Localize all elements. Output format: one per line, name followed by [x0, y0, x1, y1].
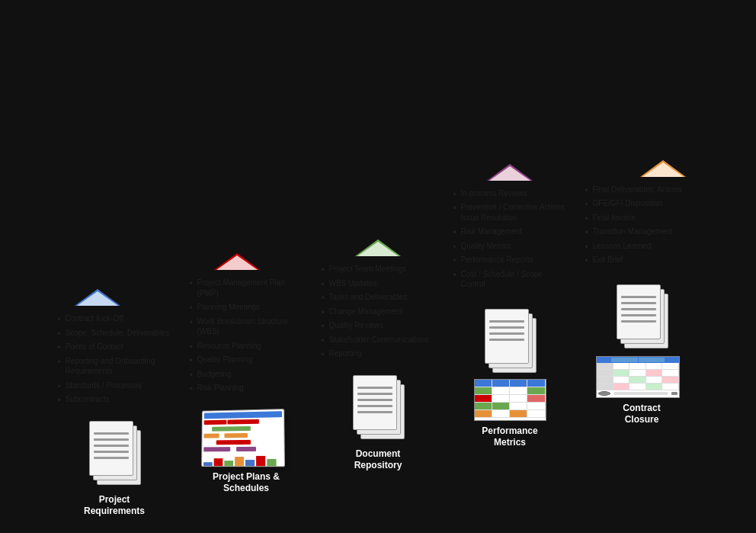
doc-front: [353, 375, 397, 430]
list-item: Resource Planning: [190, 341, 303, 352]
phase-4-col: In-process Reviews Preventive / Correcti…: [447, 181, 573, 449]
phase-1-list: Contract Kick-Off Scope, Schedule, Deliv…: [58, 313, 171, 405]
gantt-row: [202, 445, 284, 452]
svg-rect-5: [256, 456, 265, 467]
list-item: Points of Contact: [58, 342, 171, 352]
list-item: Quality Reviews: [322, 320, 435, 331]
svg-rect-0: [203, 462, 213, 467]
closure-docs: [613, 284, 671, 353]
phase-4-bracket: In-process Reviews Preventive / Correcti…: [447, 181, 573, 303]
perf-row: [475, 387, 546, 395]
phase-5-label: ContractClosure: [623, 403, 660, 426]
phase-2-label: Project Plans &Schedules: [213, 471, 280, 495]
phase-1-arrow-inner: [77, 291, 118, 306]
doc-front: [617, 284, 661, 339]
performance-table: [474, 379, 546, 421]
phase-5-list: Final Deliverables; Actions GFE/GFI Disp…: [585, 185, 699, 265]
phase-5-bracket: Final Deliverables; Actions GFE/GFI Disp…: [579, 177, 705, 278]
svg-rect-6: [267, 459, 276, 467]
list-item: Contract Kick-Off: [58, 313, 171, 324]
perf-row: [475, 395, 546, 403]
list-item: Performance Reports: [453, 255, 567, 265]
phase-1-label: ProjectRequirements: [84, 494, 145, 518]
chart-area: [202, 454, 284, 467]
phase-1-bracket: Contract Kick-Off Scope, Schedule, Deliv…: [52, 306, 178, 418]
phase-3-bracket: Project Team Meetings WBS Updates Tasks …: [316, 256, 441, 372]
list-item: Project Team Meetings: [322, 264, 435, 275]
perf-row: [475, 403, 546, 410]
gantt-row: [203, 432, 284, 438]
phase-5-deliverable: [596, 281, 687, 398]
phase-4-list: In-process Reviews Preventive / Correcti…: [453, 188, 567, 290]
sheet-row: [597, 377, 679, 384]
phase-4-arrow-inner: [489, 166, 530, 181]
bar-chart: [203, 454, 284, 467]
phase-4-deliverable: [468, 306, 552, 421]
list-item: Change Management: [322, 307, 435, 317]
diagram-container: Contract Kick-Off Scope, Schedule, Deliv…: [0, 0, 756, 533]
perf-docs: [482, 309, 539, 377]
doc-front: [485, 309, 529, 364]
sheet-row: [597, 363, 679, 370]
list-item: In-process Reviews: [453, 188, 567, 199]
list-item: Quality Metrics: [453, 241, 567, 252]
list-item: Stakeholder Communications: [322, 335, 435, 345]
phase-2-col: Project Management Plan (PMP) Planning M…: [184, 270, 309, 495]
list-item: Work Breakdown Structure (WBS): [190, 316, 303, 337]
list-item: Transition Management: [585, 226, 699, 237]
list-item: GFE/GFI Disposition: [585, 198, 699, 209]
phase-1-deliverable: [86, 421, 143, 490]
phase-3-arrow-inner: [357, 242, 399, 256]
list-item: Lessons Learned: [585, 241, 699, 252]
list-item: WBS Updates: [322, 278, 435, 289]
sheet-footer: [597, 390, 679, 397]
phase-3-label: DocumentRepository: [354, 448, 402, 472]
gantt-chart: [201, 409, 285, 467]
list-item: Budgeting: [190, 369, 303, 380]
doc-front: [89, 421, 133, 476]
list-item: Cost / Schedule / Scope Control: [453, 269, 567, 290]
list-item: Standards / Processes: [58, 380, 171, 391]
phase-1-col: Contract Kick-Off Scope, Schedule, Deliv…: [52, 306, 178, 518]
phase-2-arrow-inner: [216, 255, 258, 270]
list-item: Final Invoice: [585, 213, 699, 223]
list-item: Tasks and Deliverables: [322, 292, 435, 303]
list-item: Scope, Schedule, Deliverables: [58, 328, 171, 339]
phase-3-list: Project Team Meetings WBS Updates Tasks …: [322, 264, 435, 359]
phase-2-bracket: Project Management Plan (PMP) Planning M…: [184, 270, 309, 406]
list-item: Planning Meetings: [190, 302, 303, 313]
svg-rect-3: [235, 457, 244, 467]
list-item: Quality Planning: [190, 355, 303, 365]
list-item: Project Management Plan (PMP): [190, 278, 303, 298]
gantt-row: [203, 418, 284, 425]
phase-4-label: PerformanceMetrics: [482, 425, 537, 449]
sheet-row: [597, 384, 679, 390]
sheet-row: [597, 370, 679, 377]
svg-rect-4: [245, 460, 255, 467]
list-item: Preventive / Corrective Actions; Issue R…: [453, 202, 567, 223]
list-item: Reporting and Onboarding Requirements: [58, 356, 171, 377]
closure-spreadsheet: [596, 356, 687, 398]
list-item: Risk Planning: [190, 383, 303, 393]
phases-row: Contract Kick-Off Scope, Schedule, Deliv…: [41, 0, 716, 525]
gantt-row: [202, 438, 284, 445]
perf-row: [475, 410, 546, 418]
svg-rect-2: [224, 461, 233, 467]
phase-5-arrow-inner: [642, 162, 684, 177]
spreadsheet-thumb: [596, 356, 680, 398]
list-item: Final Deliverables; Actions: [585, 185, 699, 195]
perf-row: [475, 380, 546, 387]
gantt-row: [203, 425, 284, 432]
phase-2-list: Project Management Plan (PMP) Planning M…: [190, 278, 303, 393]
phase-2-deliverable: [200, 409, 292, 467]
list-item: Exit Brief: [585, 255, 699, 265]
list-item: Reporting: [322, 348, 435, 359]
svg-rect-1: [214, 458, 223, 467]
phase-3-col: Project Team Meetings WBS Updates Tasks …: [316, 256, 441, 472]
sheet-header: [597, 357, 679, 363]
list-item: Subcontracts: [58, 394, 171, 405]
list-item: Risk Management: [453, 226, 567, 237]
phase-3-deliverable: [350, 375, 407, 444]
phase-5-col: Final Deliverables; Actions GFE/GFI Disp…: [579, 177, 705, 426]
